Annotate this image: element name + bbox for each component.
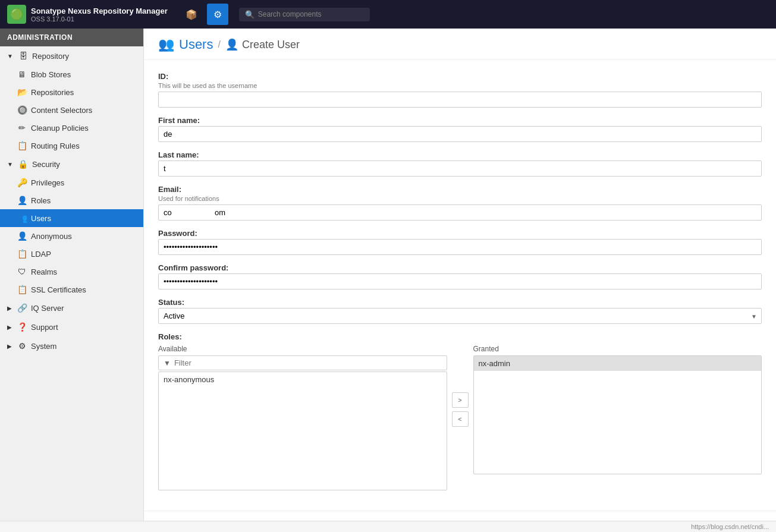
security-group-label: Security bbox=[32, 160, 60, 169]
support-chevron-icon: ▶ bbox=[7, 324, 12, 330]
status-select[interactable]: Active Disabled bbox=[158, 308, 762, 324]
sidebar-item-realms[interactable]: 🛡 Realms bbox=[0, 263, 143, 281]
roles-available-list[interactable]: nx-anonymous bbox=[158, 372, 447, 490]
repository-chevron-icon: ▼ bbox=[7, 53, 13, 59]
firstname-input[interactable] bbox=[158, 126, 762, 142]
roles-section-label: Roles: bbox=[158, 332, 762, 341]
repositories-icon: 📂 bbox=[17, 87, 27, 97]
components-icon-btn[interactable]: 📦 bbox=[181, 4, 202, 25]
filter-icon: ▼ bbox=[164, 359, 171, 367]
system-chevron-icon: ▶ bbox=[7, 343, 12, 350]
roles-granted-col: Granted nx-admin bbox=[473, 345, 762, 474]
routing-rules-label: Routing Rules bbox=[31, 141, 80, 150]
email-input[interactable] bbox=[158, 204, 762, 221]
anonymous-label: Anonymous bbox=[31, 232, 72, 241]
id-field-group: ID: This will be used as the username bbox=[158, 72, 762, 108]
support-group-label: Support bbox=[31, 323, 58, 332]
password-label: Password: bbox=[158, 229, 762, 238]
email-hint: Used for notifications bbox=[158, 195, 762, 202]
create-user-form: ID: This will be used as the username Fi… bbox=[144, 60, 776, 511]
settings-icon-btn[interactable]: ⚙ bbox=[207, 4, 228, 25]
support-group-icon: ❓ bbox=[17, 322, 27, 332]
breadcrumb-parent-label[interactable]: Users bbox=[179, 37, 213, 52]
blob-stores-icon: 🖥 bbox=[17, 70, 27, 79]
status-label: Status: bbox=[158, 298, 762, 307]
sidebar-group-support[interactable]: ▶ ❓ Support bbox=[0, 317, 143, 336]
move-right-button[interactable]: > bbox=[452, 392, 469, 408]
confirm-password-input[interactable] bbox=[158, 273, 762, 289]
roles-columns: Available ▼ nx-anonymous > < bbox=[158, 345, 762, 490]
roles-available-header: Available bbox=[158, 345, 447, 353]
sidebar-section-iq: ▶ 🔗 IQ Server bbox=[0, 298, 143, 317]
firstname-label: First name: bbox=[158, 116, 762, 125]
breadcrumb-separator: / bbox=[218, 39, 220, 50]
ssl-icon: 📋 bbox=[17, 285, 27, 294]
sidebar-item-users[interactable]: 👥 Users bbox=[0, 209, 143, 227]
repository-group-label: Repository bbox=[32, 52, 69, 61]
confirm-password-field-group: Confirm password: bbox=[158, 263, 762, 289]
move-left-button[interactable]: < bbox=[452, 411, 469, 427]
roles-filter-wrapper: ▼ bbox=[158, 355, 447, 370]
realms-label: Realms bbox=[31, 267, 57, 276]
users-icon: 👥 bbox=[17, 213, 27, 223]
sidebar-item-repositories[interactable]: 📂 Repositories bbox=[0, 83, 143, 101]
sidebar-group-repository[interactable]: ▼ 🗄 Repository bbox=[0, 46, 143, 65]
password-input[interactable] bbox=[158, 239, 762, 255]
content-header: 👥 Users / 👤 Create User bbox=[144, 29, 776, 60]
roles-granted-header: Granted bbox=[473, 345, 762, 353]
security-chevron-icon: ▼ bbox=[7, 161, 13, 168]
content-selectors-label: Content Selectors bbox=[31, 106, 92, 115]
sidebar-item-anonymous[interactable]: 👤 Anonymous bbox=[0, 227, 143, 245]
roles-section: Roles: Available ▼ nx-anonymous bbox=[158, 332, 762, 490]
repository-group-icon: 🗄 bbox=[18, 51, 29, 61]
sidebar-item-content-selectors[interactable]: 🔘 Content Selectors bbox=[0, 101, 143, 119]
system-group-icon: ⚙ bbox=[17, 341, 27, 351]
security-group-icon: 🔒 bbox=[18, 159, 29, 169]
brand-logo: 🟢 bbox=[10, 8, 23, 21]
sidebar-item-privileges[interactable]: 🔑 Privileges bbox=[0, 174, 143, 191]
roles-granted-list[interactable]: nx-admin bbox=[473, 355, 762, 474]
search-bar: 🔍 bbox=[239, 8, 370, 21]
sidebar-section-repository: ▼ 🗄 Repository 🖥 Blob Stores 📂 Repositor… bbox=[0, 46, 143, 155]
roles-label: Roles bbox=[31, 196, 51, 205]
sidebar-section-security: ▼ 🔒 Security 🔑 Privileges 👤 Roles 👥 User… bbox=[0, 155, 143, 298]
system-group-label: System bbox=[31, 342, 56, 351]
sidebar-item-roles[interactable]: 👤 Roles bbox=[0, 191, 143, 209]
breadcrumb-child-label: Create User bbox=[242, 39, 300, 51]
sidebar-item-ldap[interactable]: 📋 LDAP bbox=[0, 245, 143, 263]
sidebar-item-cleanup-policies[interactable]: ✏ Cleanup Policies bbox=[0, 119, 143, 137]
id-input[interactable] bbox=[158, 92, 762, 108]
sidebar-group-security[interactable]: ▼ 🔒 Security bbox=[0, 155, 143, 174]
email-field-group: Email: Used for notifications bbox=[158, 185, 762, 221]
iq-group-icon: 🔗 bbox=[17, 303, 27, 313]
ssl-label: SSL Certificates bbox=[31, 285, 86, 294]
firstname-field-group: First name: bbox=[158, 116, 762, 142]
sidebar-group-system[interactable]: ▶ ⚙ System bbox=[0, 336, 143, 355]
list-item[interactable]: nx-anonymous bbox=[159, 372, 447, 387]
cleanup-policies-label: Cleanup Policies bbox=[31, 124, 89, 133]
users-label: Users bbox=[31, 214, 51, 223]
sidebar-item-blob-stores[interactable]: 🖥 Blob Stores bbox=[0, 65, 143, 83]
content-area: 👥 Users / 👤 Create User ID: This will be… bbox=[144, 29, 776, 521]
sidebar-section-support: ▶ ❓ Support bbox=[0, 317, 143, 336]
blob-stores-label: Blob Stores bbox=[31, 70, 71, 79]
ldap-label: LDAP bbox=[31, 250, 51, 259]
sidebar: Administration ▼ 🗄 Repository 🖥 Blob Sto… bbox=[0, 29, 144, 521]
sidebar-item-routing-rules[interactable]: 📋 Routing Rules bbox=[0, 137, 143, 155]
navbar: 🟢 Sonatype Nexus Repository Manager OSS … bbox=[0, 0, 776, 29]
lastname-input[interactable] bbox=[158, 160, 762, 177]
confirm-password-label: Confirm password: bbox=[158, 263, 762, 272]
privileges-label: Privileges bbox=[31, 178, 64, 187]
roles-filter-input[interactable] bbox=[174, 358, 442, 367]
list-item[interactable]: nx-admin bbox=[474, 356, 762, 371]
sidebar-item-ssl-certificates[interactable]: 📋 SSL Certificates bbox=[0, 281, 143, 298]
search-icon: 🔍 bbox=[245, 10, 255, 19]
breadcrumb-child-icon: 👤 bbox=[225, 38, 238, 51]
realms-icon: 🛡 bbox=[17, 267, 27, 276]
roles-available-col: Available ▼ nx-anonymous bbox=[158, 345, 447, 490]
iq-group-label: IQ Server bbox=[31, 304, 64, 313]
password-field-group: Password: bbox=[158, 229, 762, 255]
search-input[interactable] bbox=[258, 10, 353, 18]
cleanup-policies-icon: ✏ bbox=[17, 123, 27, 133]
sidebar-group-iq[interactable]: ▶ 🔗 IQ Server bbox=[0, 298, 143, 317]
